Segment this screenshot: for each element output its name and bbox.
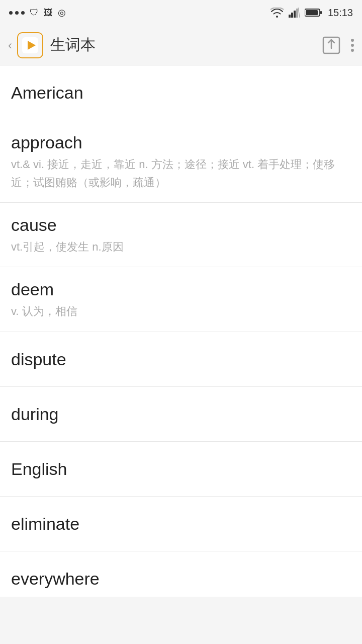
dot-3 [21,11,25,15]
svg-rect-6 [320,11,322,14]
dot-2 [15,11,19,15]
word-term: approach [11,131,351,153]
svg-rect-7 [306,10,318,15]
toolbar: ‹ 生词本 [0,25,362,65]
word-item-during[interactable]: during [0,387,362,442]
word-term: English [11,458,351,480]
word-term: eliminate [11,513,351,535]
word-term: American [11,82,351,104]
back-button[interactable]: ‹ [8,38,12,52]
word-definition: vt.& vi. 接近，走近，靠近 n. 方法；途径；接近 vt. 着手处理；使… [11,155,351,191]
status-left: 🛡 🖼 ◎ [9,7,66,18]
word-term: cause [11,214,351,236]
circle-icon: ◎ [58,7,66,18]
word-list: American approach vt.& vi. 接近，走近，靠近 n. 方… [0,65,362,597]
status-bar: 🛡 🖼 ◎ 15:13 [0,0,362,25]
status-dots [9,11,25,15]
svg-rect-1 [291,13,293,18]
word-term: dispute [11,348,351,370]
more-button[interactable] [351,39,354,52]
status-time: 15:13 [328,7,353,19]
word-item-cause[interactable]: cause vt.引起，使发生 n.原因 [0,203,362,267]
svg-rect-3 [296,9,298,18]
svg-rect-0 [289,15,291,18]
word-item-approach[interactable]: approach vt.& vi. 接近，走近，靠近 n. 方法；途径；接近 v… [0,120,362,203]
more-dot-2 [351,44,354,47]
wifi-icon [270,8,284,18]
svg-rect-2 [294,11,296,18]
svg-line-4 [298,8,300,18]
word-item-eliminate[interactable]: eliminate [0,497,362,551]
word-definition: v. 认为，相信 [11,302,351,320]
toolbar-actions [322,36,354,55]
word-term: during [11,403,351,425]
export-button[interactable] [322,36,341,55]
app-logo [17,32,43,58]
page-title: 生词本 [50,35,322,55]
word-term: everywhere [11,568,351,590]
more-dot-3 [351,49,354,52]
more-dot-1 [351,39,354,42]
word-item-dispute[interactable]: dispute [0,332,362,387]
word-item-everywhere[interactable]: everywhere [0,551,362,597]
word-item-deem[interactable]: deem v. 认为，相信 [0,267,362,332]
word-definition: vt.引起，使发生 n.原因 [11,238,351,256]
word-term: deem [11,278,351,300]
battery-icon [305,8,323,18]
signal-icon [289,8,300,18]
word-item-english[interactable]: English [0,442,362,497]
status-right: 15:13 [270,7,353,19]
dot-1 [9,11,13,15]
photo-icon: 🖼 [44,8,53,18]
shield-icon: 🛡 [30,8,39,18]
word-item-american[interactable]: American [0,65,362,120]
